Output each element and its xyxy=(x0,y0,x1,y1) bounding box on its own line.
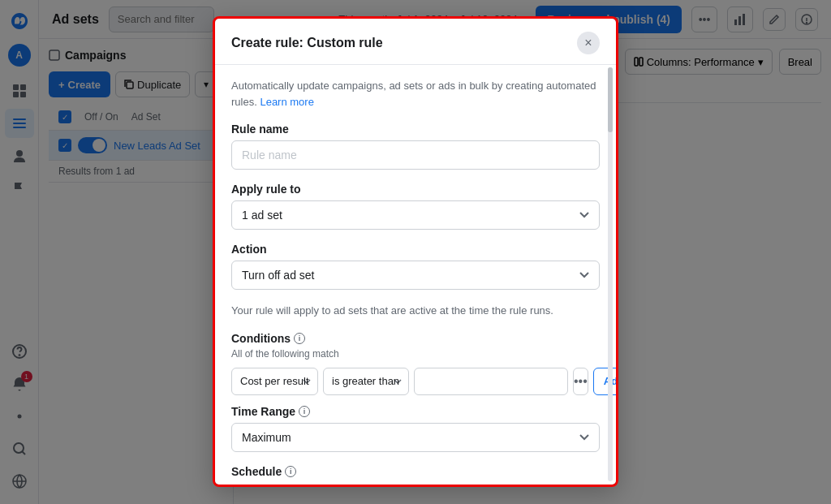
apply-rule-group: Apply rule to 1 ad set xyxy=(231,183,600,230)
time-range-section: Time Range i Maximum xyxy=(231,405,600,452)
action-label: Action xyxy=(231,243,600,256)
rule-name-input[interactable] xyxy=(231,140,600,170)
rule-name-label: Rule name xyxy=(231,123,600,136)
modal-header: Create rule: Custom rule × xyxy=(215,19,616,65)
time-range-title: Time Range i xyxy=(231,405,600,418)
modal-description: Automatically update campaigns, ad sets … xyxy=(231,78,600,110)
modal-title: Create rule: Custom rule xyxy=(231,36,383,50)
rule-note: Your rule will apply to ad sets that are… xyxy=(231,303,600,319)
continuously-label: Continuously xyxy=(248,484,309,488)
apply-rule-select[interactable]: 1 ad set xyxy=(231,200,600,230)
modal-close-button[interactable]: × xyxy=(577,32,600,54)
conditions-subtitle: All of the following match xyxy=(231,348,600,360)
condition-value-input[interactable] xyxy=(414,368,568,395)
condition-row: Cost per result is greater than ••• Add … xyxy=(231,368,600,395)
rule-name-group: Rule name xyxy=(231,123,600,170)
continuously-radio[interactable] xyxy=(231,485,242,488)
modal-overlay: Create rule: Custom rule × Automatically… xyxy=(0,0,831,504)
schedule-info-icon[interactable]: i xyxy=(285,466,296,477)
conditions-title: Conditions i xyxy=(231,332,600,345)
scrollbar-track[interactable] xyxy=(608,67,613,481)
create-rule-modal: Create rule: Custom rule × Automatically… xyxy=(213,16,618,487)
continuously-option: Continuously Rule runs as often as possi… xyxy=(231,483,600,488)
action-select[interactable]: Turn off ad set xyxy=(231,261,600,290)
schedule-title: Schedule i xyxy=(231,465,600,478)
condition-metric-select[interactable]: Cost per result xyxy=(231,368,318,395)
schedule-section: Schedule i Continuously Rule runs as oft… xyxy=(231,465,600,488)
conditions-info-icon[interactable]: i xyxy=(294,333,305,344)
apply-rule-label: Apply rule to xyxy=(231,183,600,196)
time-range-select[interactable]: Maximum xyxy=(231,423,600,452)
learn-more-link[interactable]: Learn more xyxy=(260,96,313,108)
action-group: Action Turn off ad set xyxy=(231,243,600,290)
condition-operator-select[interactable]: is greater than xyxy=(323,368,409,395)
condition-add-button[interactable]: Add xyxy=(593,368,618,395)
time-range-info-icon[interactable]: i xyxy=(299,406,310,417)
conditions-section: Conditions i All of the following match … xyxy=(231,332,600,395)
scrollbar-thumb[interactable] xyxy=(608,67,613,132)
modal-body: Automatically update campaigns, ad sets … xyxy=(215,65,616,487)
condition-more-button[interactable]: ••• xyxy=(573,368,588,395)
